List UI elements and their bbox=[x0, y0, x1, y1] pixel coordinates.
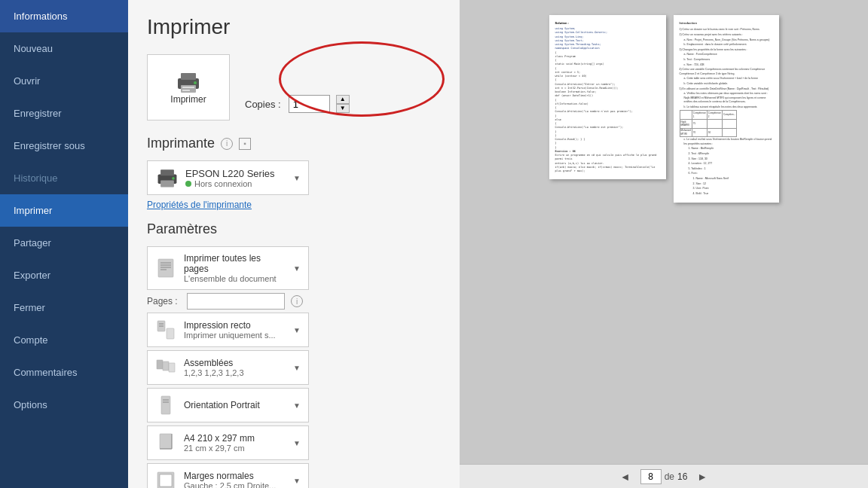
param-margins-arrow: ▼ bbox=[293, 477, 301, 485]
paper-size-icon bbox=[155, 432, 176, 453]
sidebar-item-commentaires[interactable]: Commentaires bbox=[0, 356, 128, 389]
param-duplex-arrow: ▼ bbox=[293, 326, 301, 334]
param-paper-sub: 21 cm x 29,7 cm bbox=[184, 444, 286, 453]
tiny-data-table: Compétence 1Compétence 2Compéten... Naji… bbox=[680, 110, 738, 137]
printer-name: EPSON L220 Series bbox=[185, 168, 287, 179]
svg-rect-20 bbox=[163, 361, 169, 371]
sidebar-item-enregistrer-sous[interactable]: Enregistrer sous bbox=[0, 130, 128, 162]
copies-label: Copies : bbox=[245, 99, 281, 110]
svg-rect-16 bbox=[167, 328, 174, 339]
copies-input[interactable] bbox=[289, 95, 330, 113]
page-separator: de bbox=[665, 471, 674, 482]
content-area: Imprimer Imprimer Copies : bbox=[128, 0, 868, 488]
print-range-icon bbox=[155, 258, 176, 279]
svg-rect-25 bbox=[160, 434, 172, 449]
param-margins-sub: Gauche : 2,5 cm Droite... bbox=[184, 481, 286, 488]
next-page-button[interactable]: ► bbox=[693, 469, 711, 484]
svg-rect-8 bbox=[160, 181, 174, 188]
sidebar-item-historique: Historique bbox=[0, 162, 128, 194]
sidebar-item-partager[interactable]: Partager bbox=[0, 227, 128, 259]
total-pages: 16 bbox=[677, 471, 687, 482]
collate-icon bbox=[155, 357, 176, 378]
duplex-icon bbox=[155, 319, 176, 340]
copies-decrement[interactable]: ▼ bbox=[336, 104, 350, 113]
copies-increment[interactable]: ▲ bbox=[336, 95, 350, 104]
preview-pages-area: Solution : using System; using System.Co… bbox=[460, 0, 868, 464]
printer-status: Hors connexion bbox=[185, 179, 287, 188]
parameters-section: Paramètres Imprimer toutes les pages L'e… bbox=[147, 221, 441, 488]
right-page-content: Introduction 1) Créez un dossier sur le … bbox=[680, 21, 773, 196]
pages-info-icon[interactable]: i bbox=[291, 295, 303, 307]
param-print-range-main: Imprimer toutes les pages bbox=[184, 253, 286, 274]
svg-rect-3 bbox=[182, 87, 194, 88]
param-duplex-main: Impression recto bbox=[184, 320, 286, 331]
solution-label: Solution : bbox=[555, 21, 660, 25]
svg-point-9 bbox=[172, 177, 175, 180]
printer-properties-link[interactable]: Propriétés de l'imprimante bbox=[147, 200, 441, 210]
param-print-range-arrow: ▼ bbox=[293, 264, 301, 273]
sidebar-item-options[interactable]: Options bbox=[0, 389, 128, 421]
param-collate[interactable]: Assemblées 1,2,3 1,2,3 1,2,3 ▼ bbox=[147, 350, 309, 385]
svg-rect-10 bbox=[158, 259, 173, 277]
page-number-display: de 16 bbox=[640, 469, 688, 484]
param-duplex[interactable]: Impression recto Imprimer uniquement s..… bbox=[147, 313, 309, 347]
param-orientation[interactable]: Orientation Portrait ▼ bbox=[147, 388, 309, 422]
param-paper-arrow: ▼ bbox=[293, 439, 301, 447]
copies-area: Copies : ▲ ▼ bbox=[245, 54, 350, 120]
sidebar: Informations Nouveau Ouvrir Enregistrer … bbox=[0, 0, 128, 488]
margins-icon bbox=[155, 470, 176, 488]
svg-rect-7 bbox=[160, 169, 174, 175]
info-icon[interactable]: i bbox=[221, 138, 233, 150]
left-panel: Imprimer Imprimer Copies : bbox=[128, 0, 460, 488]
sidebar-item-informations[interactable]: Informations bbox=[0, 0, 128, 32]
print-action-area: Imprimer Copies : ▲ ▼ bbox=[147, 54, 441, 120]
sidebar-item-enregistrer[interactable]: Enregistrer bbox=[0, 97, 128, 130]
svg-rect-4 bbox=[182, 90, 190, 91]
parameters-section-title: Paramètres bbox=[147, 221, 441, 237]
right-panel: Solution : using System; using System.Co… bbox=[460, 0, 868, 488]
printer-icon bbox=[175, 70, 202, 94]
param-collate-arrow: ▼ bbox=[293, 364, 301, 372]
pages-label: Pages : bbox=[147, 296, 181, 307]
copies-spinner: ▲ ▼ bbox=[336, 95, 350, 113]
param-print-range-sub: L'ensemble du document bbox=[184, 274, 286, 283]
sidebar-item-ouvrir[interactable]: Ouvrir bbox=[0, 65, 128, 97]
param-margins[interactable]: Marges normales Gauche : 2,5 cm Droite..… bbox=[147, 463, 309, 488]
param-collate-sub: 1,2,3 1,2,3 1,2,3 bbox=[184, 368, 286, 377]
status-dot bbox=[185, 181, 191, 187]
svg-rect-19 bbox=[157, 360, 163, 369]
sidebar-item-imprimer[interactable]: Imprimer bbox=[0, 194, 128, 227]
svg-rect-22 bbox=[161, 396, 170, 414]
svg-rect-1 bbox=[181, 73, 196, 80]
preview-page-left: Solution : using System; using System.Co… bbox=[549, 15, 666, 179]
param-duplex-sub: Imprimer uniquement s... bbox=[184, 331, 286, 340]
print-button-label: Imprimer bbox=[170, 94, 206, 105]
print-button[interactable]: Imprimer bbox=[147, 54, 230, 120]
current-page-input[interactable] bbox=[640, 469, 662, 484]
printer-name-area: EPSON L220 Series Hors connexion bbox=[185, 168, 287, 188]
svg-point-5 bbox=[194, 81, 197, 84]
preview-navigation: ◄ de 16 ► bbox=[460, 464, 868, 488]
param-print-range[interactable]: Imprimer toutes les pages L'ensemble du … bbox=[147, 246, 309, 290]
pages-row: Pages : i bbox=[147, 293, 441, 310]
param-collate-main: Assemblées bbox=[184, 358, 286, 368]
page-title: Imprimer bbox=[147, 15, 441, 39]
printer-thumbnail-icon bbox=[155, 167, 179, 188]
printer-section-title: Imprimante i ▪ bbox=[147, 136, 441, 151]
printer-section: Imprimante i ▪ EPSON L220 Series Hors co… bbox=[147, 136, 441, 210]
printer-selector[interactable]: EPSON L220 Series Hors connexion ▼ bbox=[147, 160, 309, 195]
collapse-icon[interactable]: ▪ bbox=[239, 138, 251, 150]
orientation-icon bbox=[155, 395, 176, 416]
printer-dropdown-arrow: ▼ bbox=[293, 174, 301, 182]
param-paper-size[interactable]: A4 210 x 297 mm 21 cm x 29,7 cm ▼ bbox=[147, 425, 309, 460]
prev-page-button[interactable]: ◄ bbox=[616, 469, 634, 484]
sidebar-item-fermer[interactable]: Fermer bbox=[0, 291, 128, 324]
sidebar-item-compte[interactable]: Compte bbox=[0, 324, 128, 356]
param-orientation-main: Orientation Portrait bbox=[184, 400, 286, 410]
svg-rect-2 bbox=[181, 85, 196, 93]
sidebar-item-nouveau[interactable]: Nouveau bbox=[0, 32, 128, 65]
sidebar-item-exporter[interactable]: Exporter bbox=[0, 259, 128, 291]
code-content: using System; using System.Collections.G… bbox=[555, 27, 660, 173]
pages-input[interactable] bbox=[187, 293, 285, 310]
svg-rect-29 bbox=[160, 474, 172, 486]
